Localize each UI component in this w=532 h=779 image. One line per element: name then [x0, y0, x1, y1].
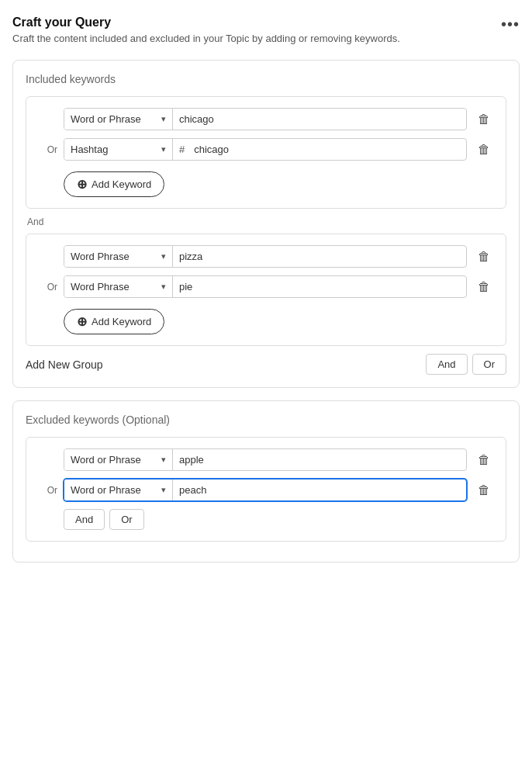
keyword-group-1: Word or Phrase ▾ 🗑 Or Hashtag ▾ #: [26, 96, 506, 209]
chevron-down-icon: ▾: [155, 455, 166, 465]
type-select-dropdown[interactable]: Hashtag ▾: [64, 139, 173, 160]
excluded-keywords-section: Excluded keywords (Optional) Word or Phr…: [12, 400, 520, 563]
type-select-label: Word Phrase: [71, 281, 130, 293]
add-keyword-button[interactable]: ⊕ Add Keyword: [64, 171, 164, 197]
keyword-group-2: Word Phrase ▾ 🗑 Or Word Phrase ▾ 🗑: [26, 234, 506, 346]
more-options-icon[interactable]: •••: [501, 16, 520, 33]
type-select-label: Word or Phrase: [71, 484, 141, 496]
keyword-row: Or Hashtag ▾ # 🗑: [37, 138, 495, 161]
keyword-text-input[interactable]: [188, 139, 466, 160]
add-new-group-label: Add New Group: [26, 358, 103, 371]
plus-circle-icon: ⊕: [77, 314, 87, 329]
keyword-input-group: Word or Phrase ▾: [64, 448, 467, 471]
delete-keyword-button[interactable]: 🗑: [473, 277, 495, 297]
delete-keyword-button[interactable]: 🗑: [473, 140, 495, 160]
chevron-down-icon: ▾: [155, 485, 166, 495]
excluded-and-button[interactable]: And: [64, 509, 105, 530]
type-select-dropdown[interactable]: Word or Phrase ▾: [64, 480, 173, 500]
and-or-buttons: And Or: [426, 354, 506, 375]
included-keywords-label: Included keywords: [26, 73, 506, 85]
plus-circle-icon: ⊕: [77, 177, 87, 192]
header-text: Craft your Query Craft the content inclu…: [12, 16, 400, 44]
keyword-row: Word Phrase ▾ 🗑: [37, 245, 495, 268]
type-select-dropdown[interactable]: Word Phrase ▾: [64, 246, 173, 267]
chevron-down-icon: ▾: [155, 114, 166, 124]
or-label: Or: [37, 282, 57, 293]
excluded-keywords-label: Excluded keywords (Optional): [26, 414, 506, 426]
keyword-row: Or Word or Phrase ▾ 🗑: [37, 479, 495, 501]
page-subtitle: Craft the content included and excluded …: [12, 33, 400, 44]
excluded-keyword-group-1: Word or Phrase ▾ 🗑 Or Word or Phrase ▾: [26, 437, 506, 542]
excluded-or-button[interactable]: Or: [109, 509, 143, 530]
keyword-input-group: Word Phrase ▾: [64, 275, 467, 298]
type-select-label: Word Phrase: [71, 251, 130, 262]
type-select-dropdown[interactable]: Word Phrase ▾: [64, 276, 173, 297]
keyword-text-input[interactable]: [173, 109, 466, 130]
optional-label: (Optional): [123, 414, 170, 426]
keyword-text-input[interactable]: [173, 276, 466, 297]
page-header: Craft your Query Craft the content inclu…: [12, 16, 520, 44]
or-label: Or: [37, 144, 57, 155]
keyword-text-input[interactable]: [173, 449, 466, 470]
keyword-row: Or Word Phrase ▾ 🗑: [37, 275, 495, 298]
add-keyword-label: Add Keyword: [92, 178, 151, 190]
included-keywords-section: Included keywords Word or Phrase ▾ 🗑 Or: [12, 60, 520, 388]
page-title: Craft your Query: [12, 16, 400, 29]
keyword-row: Word or Phrase ▾ 🗑: [37, 108, 495, 130]
and-group-button[interactable]: And: [426, 354, 467, 375]
type-select-label: Word or Phrase: [71, 454, 141, 466]
delete-keyword-button[interactable]: 🗑: [473, 450, 495, 470]
delete-keyword-button[interactable]: 🗑: [473, 109, 495, 130]
keyword-input-group: Hashtag ▾ #: [64, 138, 467, 161]
keyword-input-group: Word Phrase ▾: [64, 245, 467, 268]
chevron-down-icon: ▾: [155, 144, 166, 154]
type-select-label: Word or Phrase: [71, 113, 141, 125]
delete-keyword-button[interactable]: 🗑: [473, 480, 495, 500]
add-new-group-row: Add New Group And Or: [26, 354, 506, 375]
or-group-button[interactable]: Or: [472, 354, 506, 375]
chevron-down-icon: ▾: [155, 251, 166, 261]
or-label: Or: [37, 485, 57, 496]
type-select-dropdown[interactable]: Word or Phrase ▾: [64, 109, 173, 130]
keyword-input-group: Word or Phrase ▾: [64, 108, 467, 130]
keyword-text-input[interactable]: [173, 480, 466, 500]
keyword-row: Word or Phrase ▾ 🗑: [37, 448, 495, 471]
excluded-and-or-buttons: And Or: [64, 509, 495, 530]
delete-keyword-button[interactable]: 🗑: [473, 247, 495, 267]
chevron-down-icon: ▾: [155, 282, 166, 292]
keyword-input-group-focused: Word or Phrase ▾: [64, 479, 467, 501]
page-container: Craft your Query Craft the content inclu…: [0, 0, 532, 779]
type-select-label: Hashtag: [71, 144, 108, 155]
hashtag-prefix: #: [173, 139, 188, 160]
add-keyword-button[interactable]: ⊕ Add Keyword: [64, 309, 164, 334]
add-keyword-label: Add Keyword: [92, 316, 151, 327]
keyword-text-input[interactable]: [173, 246, 466, 267]
type-select-dropdown[interactable]: Word or Phrase ▾: [64, 449, 173, 470]
and-connector-label: And: [26, 216, 506, 227]
